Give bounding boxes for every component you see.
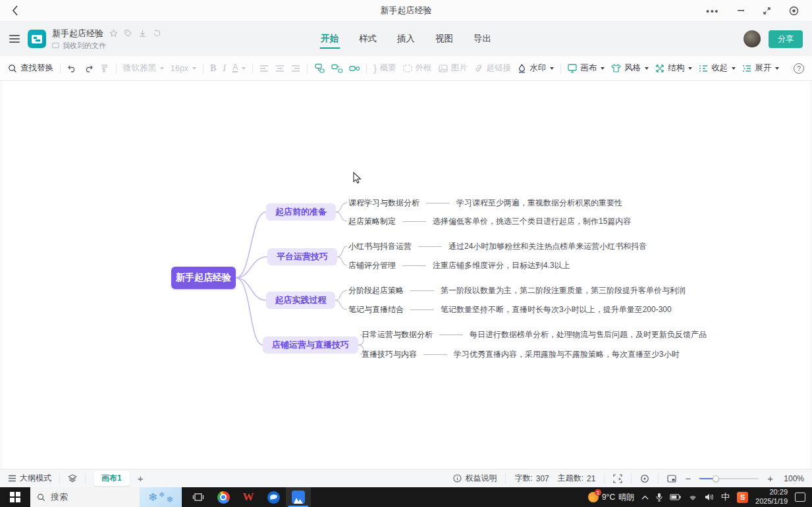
snowflake-icon: ❄ — [159, 491, 165, 498]
format-painter-button[interactable] — [100, 64, 109, 73]
microphone-icon[interactable] — [656, 493, 663, 502]
browser-app-icon[interactable] — [261, 487, 286, 507]
ime-indicator[interactable]: 中 — [721, 491, 730, 503]
summary-button[interactable]: }概要 — [373, 63, 396, 74]
hidden-icons-chevron[interactable] — [641, 495, 649, 500]
document-location[interactable]: 我收到的文件 — [63, 41, 106, 51]
help-button[interactable]: ? — [794, 63, 804, 74]
layers-button[interactable] — [68, 474, 77, 483]
canvas-button[interactable]: 画布 — [568, 63, 605, 74]
canvas-tab-1[interactable]: 画布1 — [94, 471, 130, 486]
main-menu-button[interactable] — [9, 35, 20, 43]
mindmap-leaf-row[interactable]: 分阶段起店策略第一阶段以数量为主，第二阶段注重质量，第三阶段提升客单价与利润 — [348, 284, 686, 296]
redo-button[interactable] — [84, 64, 94, 73]
windows-taskbar: 搜索 ❄ ❄ ❄ W 1 9°C 晴朗 中 S 20:29 2025/1/19 — [0, 487, 812, 507]
collapse-icon — [699, 65, 708, 72]
mindmap-leaf-row[interactable]: 日常运营与数据分析每日进行数据榜单分析，处理物流与售后问题，及时更新负反馈产品 — [362, 329, 707, 340]
mindmap-branch-node[interactable]: 起店实践过程 — [266, 292, 335, 309]
hyperlink-button[interactable]: 超链接 — [474, 63, 512, 74]
app-logo-icon[interactable] — [28, 30, 46, 48]
insert-subtopic-button[interactable] — [314, 63, 325, 73]
zoom-in-button[interactable]: + — [767, 473, 773, 483]
zoom-slider[interactable] — [699, 478, 759, 479]
taskbar-search-input[interactable]: 搜索 — [30, 487, 140, 507]
record-button[interactable] — [789, 6, 799, 16]
clock[interactable]: 20:29 2025/1/19 — [755, 488, 788, 506]
structure-button[interactable]: 结构 — [655, 63, 692, 74]
network-icon[interactable] — [688, 494, 697, 501]
battery-icon[interactable] — [670, 494, 681, 500]
align-left-button[interactable] — [259, 65, 269, 72]
more-options-button[interactable]: ••• — [706, 6, 719, 16]
undo-button[interactable] — [67, 64, 77, 73]
mindmap-root-node[interactable]: 新手起店经验 — [171, 267, 236, 289]
outline-icon — [8, 475, 16, 482]
fullscreen-button[interactable] — [613, 474, 622, 483]
tab-start[interactable]: 开始 — [319, 29, 340, 49]
style-button[interactable]: 风格 — [611, 63, 649, 74]
back-button[interactable] — [0, 5, 30, 16]
font-family-select[interactable]: 微软雅黑 — [123, 63, 164, 74]
tray-weather[interactable]: 1 9°C 晴朗 — [588, 492, 634, 503]
minimize-button[interactable] — [737, 7, 745, 14]
window-title: 新手起店经验 — [0, 5, 812, 16]
mindmap-branch-node[interactable]: 店铺运营与直播技巧 — [263, 336, 358, 354]
tab-style[interactable]: 样式 — [358, 29, 378, 49]
expand-button[interactable]: 展开 — [742, 63, 779, 74]
outline-mode-button[interactable]: 大纲模式 — [8, 473, 51, 484]
tag-icon[interactable] — [124, 29, 132, 38]
zoom-out-button[interactable]: − — [685, 473, 691, 483]
frame-button[interactable]: 外框 — [403, 63, 432, 74]
tab-export[interactable]: 导出 — [472, 29, 493, 49]
zoom-slider-knob[interactable] — [713, 475, 719, 482]
watermark-button[interactable]: 水印 — [518, 63, 554, 74]
mindmap-leaf-row[interactable]: 起店策略制定选择偏低客单价，挑选三个类目进行起店，制作15篇内容 — [348, 215, 631, 227]
mindmap-leaf-row[interactable]: 店铺评分管理注重店铺多维度评分，目标达到4.3以上 — [348, 259, 570, 271]
start-button[interactable] — [0, 487, 30, 507]
mindmap-leaf-row[interactable]: 课程学习与数据分析学习课程至少两遍，重视数据分析积累的重要性 — [348, 197, 622, 209]
weather-widget[interactable]: ❄ ❄ ❄ — [140, 487, 182, 507]
mindmap-leaf-row[interactable]: 小红书与抖音运营通过24小时加够粉丝和关注热点榜单来运营小红书和抖音 — [348, 240, 647, 252]
collapse-button[interactable]: 收起 — [699, 63, 736, 74]
align-center-button[interactable] — [275, 65, 284, 72]
find-replace-button[interactable]: 查找替换 — [8, 63, 53, 74]
resize-button[interactable] — [763, 7, 771, 15]
search-placeholder: 搜索 — [51, 491, 68, 503]
share-button[interactable]: 分享 — [769, 30, 803, 48]
minimap-button[interactable] — [667, 475, 676, 483]
rights-info-button[interactable]: 权益说明 — [453, 473, 497, 484]
insert-sibling-topic-button[interactable] — [331, 64, 342, 73]
locate-center-button[interactable] — [640, 474, 649, 483]
insert-parent-topic-button[interactable] — [349, 64, 360, 73]
history-icon[interactable] — [153, 29, 161, 38]
status-bar: 大纲模式 画布1 + 权益说明 字数:307 主题数:21 − + 100% — [0, 469, 812, 487]
sogou-input-icon[interactable]: S — [737, 492, 748, 503]
mindmap-canvas[interactable]: 新手起店经验 起店前的准备 平台运营技巧 起店实践过程 店铺运营与直播技巧 课程… — [0, 81, 812, 469]
chrome-app-icon[interactable] — [211, 487, 236, 507]
mindmap-connectors — [3, 81, 809, 469]
user-avatar[interactable] — [744, 30, 761, 47]
volume-icon[interactable] — [705, 493, 714, 501]
tab-view[interactable]: 视图 — [434, 29, 454, 49]
mindmap-app-icon[interactable] — [286, 487, 311, 507]
download-icon[interactable] — [138, 29, 147, 38]
task-view-button[interactable] — [186, 487, 211, 507]
document-title[interactable]: 新手起店经验 — [52, 28, 103, 40]
tab-insert[interactable]: 插入 — [396, 29, 416, 49]
favorite-star-icon[interactable] — [109, 29, 118, 38]
mindmap-leaf-row[interactable]: 直播技巧与内容学习优秀直播内容，采用露脸与不露脸策略，每次直播至少3小时 — [362, 348, 680, 360]
toolbar: 查找替换 微软雅黑 16px B I A }概要 外框 图片 超链接 水印 画布… — [0, 56, 812, 81]
font-size-select[interactable]: 16px — [171, 64, 196, 73]
mouse-cursor — [353, 172, 362, 185]
image-button[interactable]: 图片 — [439, 63, 468, 74]
add-canvas-button[interactable]: + — [138, 473, 144, 483]
mindmap-leaf-row[interactable]: 笔记与直播结合笔记数量坚持不断，直播时长每次3小时以上，提升单量至200-300 — [348, 304, 672, 315]
action-center-button[interactable] — [795, 493, 805, 502]
font-color-button[interactable]: A — [232, 64, 246, 72]
align-right-button[interactable] — [291, 65, 300, 72]
wps-app-icon[interactable]: W — [236, 487, 261, 507]
bold-button[interactable]: B — [210, 63, 216, 74]
mindmap-branch-node[interactable]: 平台运营技巧 — [267, 248, 337, 265]
italic-button[interactable]: I — [223, 63, 226, 74]
mindmap-branch-node[interactable]: 起店前的准备 — [266, 203, 336, 221]
